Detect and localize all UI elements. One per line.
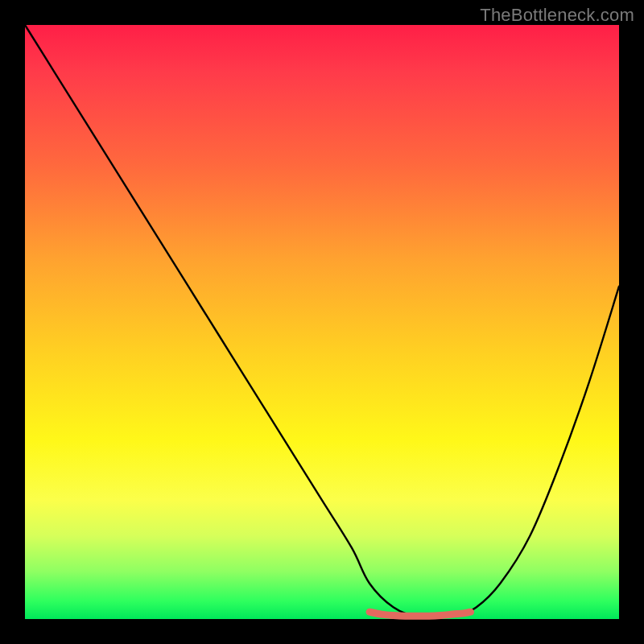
chart-frame: TheBottleneck.com — [0, 0, 644, 644]
curve-layer — [25, 25, 619, 619]
valley-marker-path — [369, 612, 470, 616]
plot-area — [25, 25, 619, 619]
watermark-text: TheBottleneck.com — [480, 5, 634, 26]
bottleneck-curve-path — [25, 25, 619, 617]
